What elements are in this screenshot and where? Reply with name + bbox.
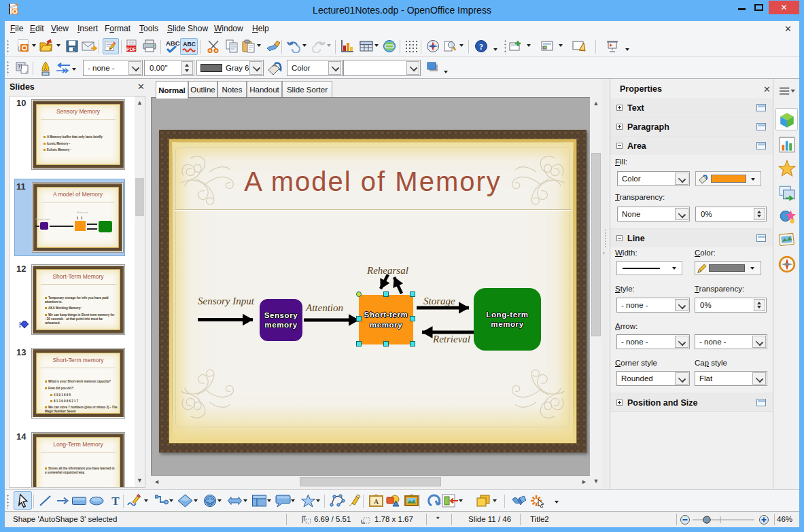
svg-text:PDF: PDF bbox=[126, 47, 137, 52]
svg-text:T: T bbox=[111, 495, 120, 508]
svg-text:ABC: ABC bbox=[166, 39, 180, 47]
svg-text:?: ? bbox=[479, 42, 483, 52]
svg-text:A: A bbox=[374, 498, 379, 506]
svg-text:ABC: ABC bbox=[183, 41, 196, 48]
